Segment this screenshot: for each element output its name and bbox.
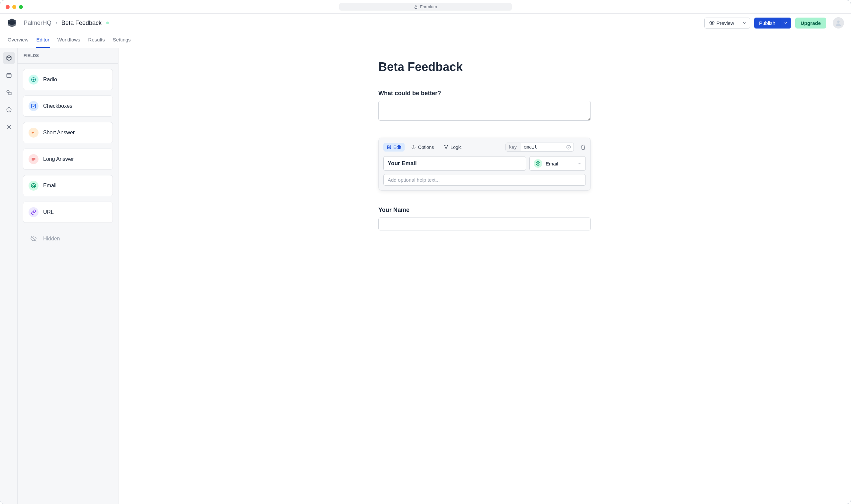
field-type-label: Hidden: [43, 236, 60, 242]
at-icon: [536, 161, 540, 166]
app-logo-icon: [7, 18, 17, 28]
card-toolbar: Edit Options Logic key: [383, 143, 586, 151]
titlebar: Formium: [0, 0, 851, 14]
rail-layout[interactable]: [3, 69, 15, 81]
email-icon: [29, 181, 38, 191]
question-type-select[interactable]: Email: [529, 156, 586, 171]
question-block[interactable]: What could be better?: [378, 90, 591, 122]
user-avatar[interactable]: [833, 17, 844, 29]
preview-label: Preview: [716, 20, 734, 26]
breadcrumb-org[interactable]: PalmerHQ: [23, 20, 51, 26]
key-prefix: key: [506, 143, 520, 151]
field-type-radio[interactable]: Radio: [23, 69, 113, 90]
question-text-input[interactable]: [378, 217, 591, 231]
breadcrumb: PalmerHQ Beta Feedback: [23, 20, 109, 26]
sidebar-title: FIELDS: [18, 48, 118, 64]
svg-point-9: [33, 79, 34, 80]
rail-fields[interactable]: [3, 52, 15, 64]
preview-dropdown[interactable]: [739, 18, 750, 28]
url-icon: [29, 207, 38, 217]
field-type-email[interactable]: Email: [23, 175, 113, 196]
breadcrumb-project[interactable]: Beta Feedback: [62, 20, 102, 26]
field-type-long[interactable]: Long Answer: [23, 148, 113, 170]
close-window-button[interactable]: [6, 5, 10, 9]
svg-rect-3: [7, 74, 11, 77]
key-help-button[interactable]: [563, 145, 574, 149]
email-icon-badge: [534, 159, 542, 168]
shapes-icon: [6, 90, 12, 95]
logic-label: Logic: [450, 145, 461, 150]
options-label: Options: [418, 145, 434, 150]
tab-editor[interactable]: Editor: [36, 32, 50, 48]
svg-point-14: [447, 145, 448, 146]
svg-point-15: [446, 148, 447, 149]
preview-button-group: Preview: [704, 18, 750, 29]
tab-workflows[interactable]: Workflows: [57, 32, 81, 48]
help-text-input[interactable]: [383, 174, 586, 186]
help-icon: [566, 145, 571, 149]
hidden-icon: [29, 234, 38, 244]
clock-icon: [6, 107, 12, 113]
fields-sidebar: FIELDS RadioCheckboxesShort AnswerLong A…: [18, 48, 119, 504]
tab-settings[interactable]: Settings: [112, 32, 132, 48]
publish-dropdown[interactable]: [780, 18, 791, 28]
edit-tab[interactable]: Edit: [383, 143, 404, 151]
form-title[interactable]: Beta Feedback: [378, 60, 591, 74]
field-type-label: Radio: [43, 77, 57, 83]
lock-icon: [414, 5, 418, 9]
chevron-down-icon: [577, 161, 581, 165]
radio-icon: [29, 75, 38, 85]
question-block[interactable]: Your Name: [378, 206, 591, 231]
question-title-input[interactable]: [383, 156, 526, 171]
chevron-down-icon: [743, 21, 746, 25]
eye-icon: [709, 20, 715, 25]
app-header: PalmerHQ Beta Feedback Preview Publish U: [0, 14, 851, 32]
key-field-group: key: [505, 143, 574, 151]
svg-point-2: [837, 21, 839, 23]
rail-settings[interactable]: [3, 121, 15, 133]
chevron-right-icon: [55, 21, 58, 24]
publish-button[interactable]: Publish: [754, 18, 780, 28]
field-type-label: Short Answer: [43, 130, 75, 136]
question-editor-card: Edit Options Logic key: [378, 138, 591, 191]
field-type-label: URL: [43, 209, 54, 215]
edit-label: Edit: [393, 145, 401, 150]
field-type-url[interactable]: URL: [23, 202, 113, 223]
field-type-checkbox[interactable]: Checkboxes: [23, 95, 113, 117]
publish-button-group: Publish: [754, 18, 791, 29]
question-label: Your Name: [378, 206, 591, 214]
upgrade-button[interactable]: Upgrade: [795, 18, 826, 29]
field-type-hidden[interactable]: Hidden: [23, 228, 113, 249]
upgrade-label: Upgrade: [801, 20, 821, 26]
left-rail: [0, 48, 18, 504]
tab-results[interactable]: Results: [88, 32, 106, 48]
checkbox-icon: [29, 101, 38, 111]
calendar-icon: [6, 72, 12, 78]
question-textarea[interactable]: [378, 101, 591, 121]
rail-blocks[interactable]: [3, 87, 15, 98]
tab-overview[interactable]: Overview: [7, 32, 29, 48]
trash-icon: [580, 145, 586, 150]
key-input[interactable]: [520, 143, 563, 151]
delete-question-button[interactable]: [580, 145, 586, 150]
nav-tabs: Overview Editor Workflows Results Settin…: [0, 32, 851, 48]
logic-tab[interactable]: Logic: [440, 143, 465, 151]
browser-address-bar[interactable]: Formium: [339, 3, 512, 11]
options-tab[interactable]: Options: [408, 143, 437, 151]
minimize-window-button[interactable]: [12, 5, 16, 9]
svg-point-7: [8, 126, 10, 128]
rail-history[interactable]: [3, 104, 15, 116]
publish-label: Publish: [759, 20, 775, 26]
svg-point-1: [711, 22, 713, 23]
maximize-window-button[interactable]: [19, 5, 23, 9]
field-type-short[interactable]: Short Answer: [23, 122, 113, 143]
user-icon: [835, 19, 842, 26]
preview-button[interactable]: Preview: [705, 18, 739, 28]
form-canvas: Beta Feedback What could be better? Edit…: [119, 48, 851, 504]
type-select-label: Email: [546, 161, 574, 166]
svg-point-13: [445, 145, 446, 146]
pencil-icon: [387, 145, 391, 149]
field-type-label: Long Answer: [43, 156, 74, 162]
question-label: What could be better?: [378, 90, 591, 97]
branch-icon: [444, 145, 448, 149]
